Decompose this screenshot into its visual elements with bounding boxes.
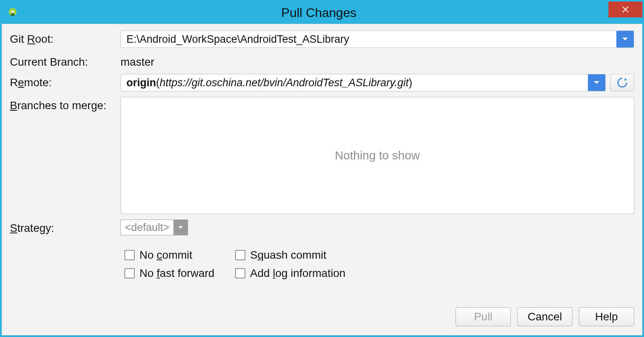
checkbox-box: [124, 250, 135, 260]
checkbox-label: No commit: [139, 249, 192, 261]
label-current-branch: Current Branch:: [10, 53, 121, 68]
dialog-window: Pull Changes Git Root: E:\Android_WorkSp…: [0, 0, 644, 337]
checkbox-add-log-info[interactable]: Add log information: [235, 267, 634, 280]
cancel-button[interactable]: Cancel: [517, 307, 572, 326]
checkbox-no-fast-forward[interactable]: No fast forward: [124, 267, 235, 280]
label-remote: Remote:: [10, 74, 121, 89]
title-bar: Pull Changes: [2, 2, 642, 24]
window-title: Pull Changes: [0, 6, 642, 20]
remote-name: origin: [126, 77, 156, 89]
remote-combo[interactable]: origin(https://git.oschina.net/bvin/Andr…: [121, 74, 606, 91]
remote-value: origin(https://git.oschina.net/bvin/Andr…: [121, 74, 588, 91]
form-grid: Git Root: E:\Android_WorkSpace\AndroidTe…: [10, 30, 634, 280]
remote-url: https://git.oschina.net/bvin/AndroidTest…: [160, 77, 409, 89]
help-button[interactable]: Help: [579, 307, 634, 326]
branches-empty-text: Nothing to show: [335, 149, 420, 162]
checkbox-label: No fast forward: [139, 267, 215, 280]
chevron-down-icon[interactable]: [616, 31, 634, 47]
strategy-value: <default>: [121, 220, 173, 235]
checkbox-box: [235, 250, 245, 260]
checkbox-box: [235, 268, 245, 278]
checkbox-no-commit[interactable]: No commit: [124, 249, 235, 261]
chevron-down-icon[interactable]: [588, 74, 605, 91]
checkbox-label: Squash commit: [250, 249, 326, 261]
git-root-value: E:\Android_WorkSpace\AndroidTest_ASLibra…: [121, 31, 616, 47]
checkbox-squash-commit[interactable]: Squash commit: [235, 249, 634, 261]
strategy-combo[interactable]: <default>: [121, 220, 188, 235]
checkbox-group: No commit Squash commit No fast forward …: [124, 249, 634, 280]
checkbox-box: [124, 268, 135, 278]
label-strategy: Strategy:: [10, 220, 121, 235]
pull-button[interactable]: Pull: [456, 307, 511, 326]
checkbox-label: Add log information: [250, 267, 345, 280]
branches-list[interactable]: Nothing to show: [121, 97, 634, 214]
strategy-cell: <default>: [121, 220, 634, 235]
current-branch-value: master: [121, 53, 634, 68]
refresh-button[interactable]: [610, 74, 634, 91]
button-bar: Pull Cancel Help: [10, 299, 634, 335]
close-button[interactable]: [608, 2, 642, 17]
chevron-down-icon[interactable]: [173, 220, 188, 235]
remote-row: origin(https://git.oschina.net/bvin/Andr…: [121, 74, 634, 91]
git-root-combo[interactable]: E:\Android_WorkSpace\AndroidTest_ASLibra…: [121, 30, 634, 48]
dialog-content: Git Root: E:\Android_WorkSpace\AndroidTe…: [2, 24, 642, 335]
label-git-root: Git Root:: [10, 30, 121, 45]
label-branches: Branches to merge:: [10, 97, 121, 112]
